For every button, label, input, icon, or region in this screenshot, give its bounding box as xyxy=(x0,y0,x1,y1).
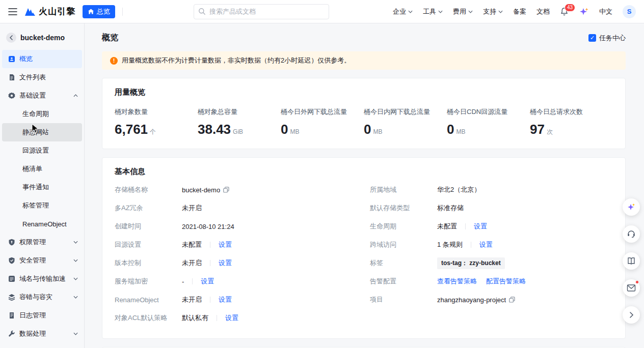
info-row-multi-az: 多AZ冗余 未开启 xyxy=(115,199,358,217)
stat-cdn-origin-traffic: 桶今日CDN回源流量 0MB xyxy=(447,107,530,137)
view-alarm-policy-link[interactable]: 查看告警策略 xyxy=(437,277,477,286)
info-row-acl-policy: 对象ACL默认策略 默认私有设置 xyxy=(115,309,358,327)
divider xyxy=(210,297,210,303)
notification-bell[interactable]: 43 xyxy=(560,7,569,16)
task-center-button[interactable]: ✓ 任务中心 xyxy=(588,34,626,43)
search-input[interactable] xyxy=(194,4,329,19)
chevron-down-icon xyxy=(73,277,78,280)
sidebar-item-lifecycle[interactable]: 生命周期 xyxy=(2,105,82,123)
sidebar-item-permission[interactable]: 权限管理 xyxy=(2,233,82,251)
divider xyxy=(471,242,471,248)
avatar[interactable]: S xyxy=(623,5,636,18)
layers-icon xyxy=(8,294,15,301)
chevron-down-icon xyxy=(498,10,503,13)
floating-toolbar xyxy=(623,198,640,324)
nav-menu-enterprise[interactable]: 企业 xyxy=(393,7,413,16)
nav-link-docs[interactable]: 文档 xyxy=(536,7,550,16)
sidebar-item-data-processing[interactable]: 数据处理 xyxy=(2,325,82,343)
config-alarm-policy-link[interactable]: 配置告警策略 xyxy=(486,277,526,286)
search-icon xyxy=(198,8,206,15)
book-icon xyxy=(627,256,636,266)
language-switch[interactable]: 中文 xyxy=(599,7,612,16)
notice-banner: ! 用量概览数据不作为计费计量数据，非实时数据（约有2小时延迟）仅供参考。 xyxy=(102,51,626,70)
chevron-down-icon xyxy=(408,10,413,13)
collapse-panel-button[interactable] xyxy=(623,306,640,324)
sidebar-item-static-website[interactable]: 静态网站 xyxy=(2,123,82,141)
sidebar-item-tag-management[interactable]: 标签管理 xyxy=(2,196,82,215)
setup-link-rename[interactable]: 设置 xyxy=(219,295,232,304)
headset-icon xyxy=(627,229,636,239)
sidebar: bucket-demo 概览 文件列表 基础设置 生命周期 静态网站 回源设置 … xyxy=(0,23,85,348)
brand-logo[interactable]: 火山引擎 xyxy=(24,6,75,17)
divider xyxy=(210,242,210,248)
sidebar-item-bucket-inventory[interactable]: 桶清单 xyxy=(2,160,82,178)
sidebar-item-rename-object[interactable]: RenameObject xyxy=(2,215,82,233)
info-row-project: 项目 zhangzhaoyang-project xyxy=(370,291,613,309)
sidebar-item-log-management[interactable]: 日志管理 xyxy=(2,306,82,325)
tag-badge: tos-tag： zzy-bucket xyxy=(437,257,505,269)
info-row-alarm: 告警配置 查看告警策略 配置告警策略 xyxy=(370,272,613,291)
warning-icon: ! xyxy=(110,57,118,65)
chevron-up-icon xyxy=(73,94,78,97)
chevron-down-icon xyxy=(73,296,78,299)
main-content: 概览 ✓ 任务中心 ! 用量概览数据不作为计费计量数据，非实时数据（约有2小时延… xyxy=(85,23,644,348)
file-list-icon xyxy=(8,74,15,81)
sidebar-item-domain-acceleration[interactable]: 域名与传输加速 xyxy=(2,270,82,288)
copy-icon[interactable] xyxy=(223,187,229,193)
chevron-right-icon xyxy=(629,312,634,318)
copy-icon[interactable] xyxy=(509,297,515,303)
setup-link-origin[interactable]: 设置 xyxy=(219,240,232,249)
task-check-icon: ✓ xyxy=(588,34,596,42)
info-row-origin-settings: 回源设置 未配置设置 xyxy=(115,236,358,254)
sidebar-item-fault-tolerance[interactable]: 容错与容灾 xyxy=(2,288,82,306)
nav-menu-support[interactable]: 支持 xyxy=(483,7,503,16)
overview-icon xyxy=(8,55,15,63)
chevron-down-icon xyxy=(73,259,78,262)
feedback-button[interactable] xyxy=(623,279,640,297)
divider xyxy=(192,278,193,284)
docs-button[interactable] xyxy=(623,252,640,270)
basic-info-right-column: 所属地域 华北2（北京） 默认存储类型 标准存储 生命周期 未配置设置 跨域访问… xyxy=(370,181,613,327)
menu-icon[interactable] xyxy=(8,7,17,16)
info-row-lifecycle: 生命周期 未配置设置 xyxy=(370,217,613,236)
nav-menu-billing[interactable]: 费用 xyxy=(453,7,473,16)
assistant-button[interactable] xyxy=(623,198,640,216)
sidebar-item-usage-stats[interactable]: 用量统计 xyxy=(2,343,82,348)
chevron-down-icon xyxy=(73,241,78,244)
stat-total-capacity: 桶对象总容量 38.43GiB xyxy=(198,107,281,137)
sidebar-item-origin-settings[interactable]: 回源设置 xyxy=(2,141,82,160)
nav-menu-tools[interactable]: 工具 xyxy=(423,7,443,16)
globe-icon xyxy=(8,275,15,282)
promo-icon[interactable] xyxy=(579,7,589,16)
stat-internal-download: 桶今日内网下载总流量 0MB xyxy=(364,107,447,137)
stat-object-count: 桶对象数量 6,761个 xyxy=(115,107,198,137)
usage-card-title: 用量概览 xyxy=(115,88,613,97)
setup-link-cors[interactable]: 设置 xyxy=(479,240,493,249)
chevron-down-icon xyxy=(438,10,443,13)
back-button[interactable] xyxy=(6,33,16,43)
volcano-icon xyxy=(24,7,36,16)
setup-link-encryption[interactable]: 设置 xyxy=(201,277,214,286)
notification-dot xyxy=(635,280,639,284)
console-overview-badge[interactable]: 总览 xyxy=(83,5,115,18)
sidebar-item-event-notification[interactable]: 事件通知 xyxy=(2,178,82,196)
sidebar-item-file-list[interactable]: 文件列表 xyxy=(2,68,82,86)
setup-link-acl[interactable]: 设置 xyxy=(225,313,238,323)
sidebar-item-basic-settings[interactable]: 基础设置 xyxy=(2,86,82,105)
stat-total-requests: 桶今日总请求次数 97次 xyxy=(530,107,613,137)
mail-icon xyxy=(627,284,636,292)
setup-link-versioning[interactable]: 设置 xyxy=(219,258,232,268)
support-button[interactable] xyxy=(623,225,640,243)
sidebar-item-security[interactable]: 安全管理 xyxy=(2,251,82,270)
info-row-encryption: 服务端加密 -设置 xyxy=(115,272,358,291)
setup-link-lifecycle[interactable]: 设置 xyxy=(474,222,487,231)
info-row-region: 所属地域 华北2（北京） xyxy=(370,181,613,199)
nav-link-beian[interactable]: 备案 xyxy=(513,7,526,16)
basic-info-card: 基本信息 存储桶名称 bucket-demo 多AZ冗余 未开启 xyxy=(102,157,626,339)
console-overview-label: 总览 xyxy=(97,7,110,16)
sidebar-item-overview[interactable]: 概览 xyxy=(2,50,82,68)
search-box xyxy=(194,4,329,19)
info-row-bucket-name: 存储桶名称 bucket-demo xyxy=(115,181,358,199)
page-title: 概览 xyxy=(102,33,118,43)
info-row-cors: 跨域访问 1 条规则设置 xyxy=(370,236,613,254)
